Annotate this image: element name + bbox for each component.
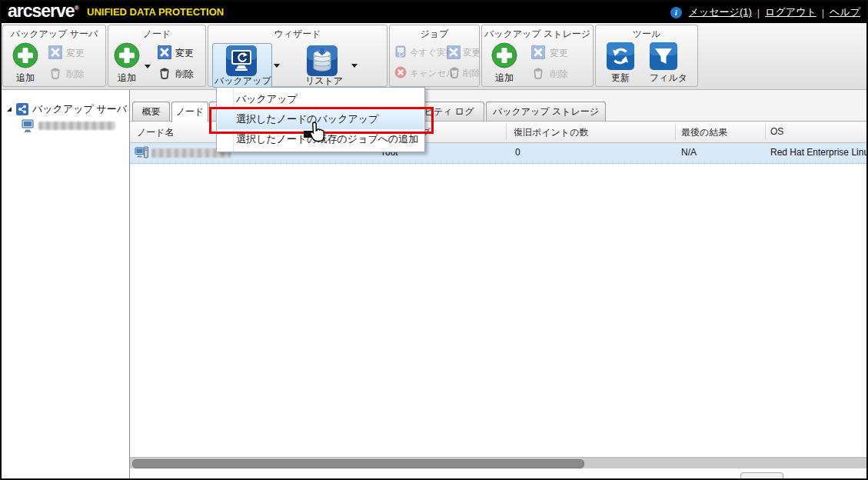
- restore-wizard-label[interactable]: リストア: [305, 75, 343, 88]
- status-drawer-handle[interactable]: [740, 472, 783, 478]
- group-wizard: ウィザード バックアップ リストア: [208, 25, 387, 87]
- messages-link[interactable]: メッセージ(1): [689, 5, 752, 19]
- add-icon[interactable]: [491, 42, 517, 68]
- group-title: バックアップ サーバ: [3, 28, 105, 41]
- horizontal-scrollbar[interactable]: [130, 457, 866, 468]
- toolbar-ribbon: バックアップ サーバ 追加 変更 削除 ノード 追加 変更 削除: [0, 23, 868, 90]
- redacted-server-name: [38, 122, 115, 130]
- tab-nodes[interactable]: ノード: [171, 102, 208, 122]
- filter-icon[interactable]: [650, 42, 677, 70]
- modify-icon: [48, 45, 62, 59]
- tree-node-server[interactable]: [22, 119, 115, 132]
- column-divider[interactable]: [675, 124, 676, 140]
- top-bar: arcserve® UNIFIED DATA PROTECTION i メッセー…: [0, 0, 868, 23]
- modify-storage-button: 変更: [550, 47, 568, 60]
- mouse-cursor: [303, 121, 329, 145]
- group-node: ノード 追加 変更 削除: [108, 25, 206, 87]
- group-backup-storage: バックアップ ストレージ 追加 変更 削除: [481, 25, 594, 87]
- delete-icon: [532, 67, 544, 79]
- logout-link[interactable]: ログアウト: [765, 5, 816, 19]
- add-server-button[interactable]: 追加: [16, 72, 35, 85]
- arcserve-udp-window: arcserve® UNIFIED DATA PROTECTION i メッセー…: [0, 0, 868, 480]
- col-recovery-points[interactable]: 復旧ポイントの数: [514, 126, 588, 139]
- arcserve-logo: arcserve®: [8, 1, 78, 22]
- filter-button[interactable]: フィルタ: [650, 72, 687, 85]
- modify-icon: [531, 45, 545, 59]
- delete-icon: [49, 67, 62, 79]
- tree-node-backup-server[interactable]: バックアップ サーバ: [6, 102, 127, 116]
- add-storage-button[interactable]: 追加: [495, 72, 514, 85]
- col-node-name[interactable]: ノード名: [137, 126, 175, 139]
- product-title: UNIFIED DATA PROTECTION: [87, 6, 224, 18]
- group-tools: ツール 更新 フィルタ: [595, 25, 698, 87]
- backup-wizard-label[interactable]: バックアップ: [215, 75, 271, 88]
- delete-storage-button: 削除: [550, 68, 568, 81]
- delete-job-button: 削除: [463, 68, 481, 79]
- cancel-icon: [394, 66, 407, 78]
- modify-node-button[interactable]: 変更: [175, 47, 194, 60]
- group-job: ジョブ 今すぐ実行 変更 キャンセル 削除: [389, 25, 480, 87]
- backup-wizard-icon[interactable]: [226, 45, 257, 76]
- group-title: ウィザード: [208, 28, 387, 41]
- cell-last-result: N/A: [681, 147, 697, 158]
- modify-icon[interactable]: [158, 45, 171, 59]
- column-divider[interactable]: [506, 124, 507, 140]
- refresh-icon[interactable]: [607, 42, 634, 70]
- tab-backup-storage[interactable]: バックアップ ストレージ: [486, 102, 606, 121]
- link-separator: |: [822, 7, 824, 18]
- bottom-strip: [130, 468, 866, 478]
- add-icon[interactable]: [12, 42, 38, 68]
- group-title: ジョブ: [390, 28, 479, 41]
- delete-icon: [448, 66, 461, 78]
- refresh-button[interactable]: 更新: [611, 72, 630, 85]
- group-title: ツール: [596, 28, 697, 41]
- tab-overview[interactable]: 概要: [132, 102, 170, 121]
- delete-node-button[interactable]: 削除: [175, 68, 194, 81]
- restore-wizard-icon[interactable]: [307, 45, 338, 76]
- registered-mark: ®: [75, 5, 78, 12]
- cell-recovery-points: 0: [515, 147, 520, 158]
- col-os[interactable]: OS: [770, 126, 783, 137]
- restore-wizard-dropdown-arrow[interactable]: [351, 64, 358, 68]
- tree-root-label: バックアップ サーバ: [32, 102, 127, 116]
- scrollbar-thumb[interactable]: [132, 459, 584, 468]
- top-links: i メッセージ(1) | ログアウト | ヘルプ: [670, 5, 860, 19]
- run-now-icon: [394, 45, 407, 58]
- server-group-icon: [16, 103, 28, 115]
- column-divider[interactable]: [765, 124, 766, 140]
- help-link[interactable]: ヘルプ: [830, 5, 860, 19]
- modify-server-button: 変更: [66, 47, 85, 60]
- add-node-dropdown-arrow[interactable]: [145, 65, 151, 68]
- cell-os: Red Hat Enterprise Linux: [770, 147, 866, 158]
- col-last-result[interactable]: 最後の結果: [681, 126, 727, 139]
- node-computer-icon: [135, 146, 149, 159]
- modify-icon: [447, 45, 461, 59]
- link-separator: |: [757, 7, 760, 18]
- group-title: ノード: [108, 28, 205, 41]
- add-icon[interactable]: [114, 42, 140, 68]
- delete-icon[interactable]: [158, 67, 171, 79]
- modify-job-button: 変更: [463, 47, 481, 58]
- server-tree-sidebar: バックアップ サーバ: [2, 90, 130, 478]
- backup-wizard-dropdown-arrow[interactable]: [274, 64, 280, 68]
- group-backup-server: バックアップ サーバ 追加 変更 削除: [2, 25, 106, 87]
- delete-server-button: 削除: [66, 68, 85, 81]
- tree-expander-icon[interactable]: [6, 106, 12, 112]
- add-node-button[interactable]: 追加: [118, 72, 136, 85]
- group-title: バックアップ ストレージ: [482, 28, 593, 41]
- computer-icon: [22, 119, 35, 132]
- info-icon: i: [670, 7, 682, 18]
